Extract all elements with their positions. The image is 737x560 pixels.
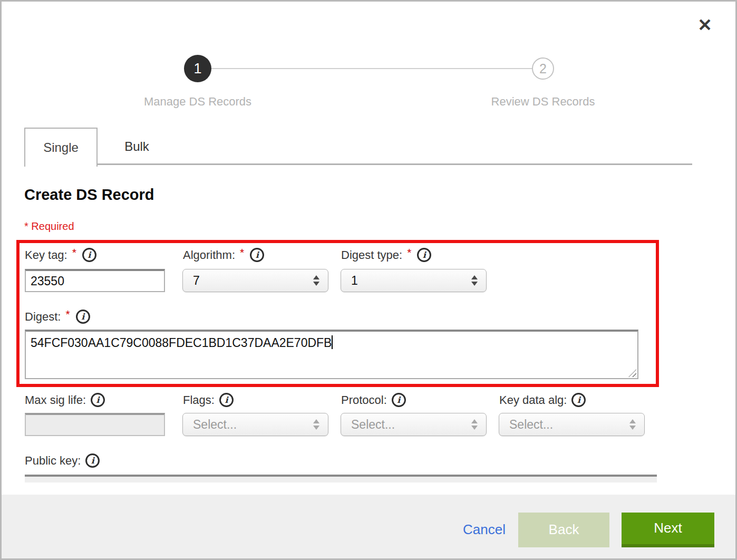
flags-label-text: Flags: bbox=[183, 393, 215, 407]
protocol-select-value: Select... bbox=[341, 418, 471, 432]
public-key-label: Public key: i bbox=[25, 453, 100, 468]
step-1-circle: 1 bbox=[184, 55, 211, 82]
text-cursor bbox=[332, 335, 333, 349]
select-arrows-icon bbox=[471, 275, 478, 286]
close-icon: ✕ bbox=[697, 16, 712, 34]
back-button[interactable]: Back bbox=[518, 513, 609, 547]
protocol-label-text: Protocol: bbox=[341, 393, 387, 407]
protocol-label: Protocol: i bbox=[341, 393, 406, 407]
key-data-alg-label: Key data alg: i bbox=[499, 393, 586, 407]
algorithm-info-icon[interactable]: i bbox=[250, 248, 264, 262]
algorithm-select[interactable]: 7 bbox=[182, 269, 328, 292]
required-asterisk: * bbox=[240, 246, 244, 259]
public-key-label-text: Public key: bbox=[25, 454, 81, 468]
page-title: Create DS Record bbox=[24, 186, 154, 204]
max-sig-life-label-text: Max sig life: bbox=[25, 393, 86, 407]
key-tag-info-icon[interactable]: i bbox=[82, 248, 96, 262]
step-2-label: Review DS Records bbox=[459, 95, 627, 109]
required-asterisk: * bbox=[65, 308, 70, 321]
required-asterisk: * bbox=[407, 246, 411, 259]
digest-type-select[interactable]: 1 bbox=[341, 269, 487, 292]
resize-handle-icon[interactable] bbox=[628, 369, 636, 377]
key-data-alg-info-icon[interactable]: i bbox=[571, 393, 586, 407]
digest-type-info-icon[interactable]: i bbox=[417, 248, 431, 262]
tab-bulk[interactable]: Bulk bbox=[99, 128, 175, 165]
required-asterisk: * bbox=[72, 246, 76, 259]
digest-label: Digest: * i bbox=[25, 310, 90, 324]
step-2-number: 2 bbox=[539, 61, 547, 76]
cancel-button[interactable]: Cancel bbox=[463, 522, 506, 538]
digest-textarea[interactable]: 54FCF030AA1C79C0088FDEC1BD1C37DAA2E70DFB bbox=[25, 330, 638, 379]
select-arrows-icon bbox=[313, 419, 319, 430]
digest-type-label-text: Digest type: bbox=[341, 248, 402, 262]
tab-single-label: Single bbox=[43, 140, 79, 155]
public-key-textarea[interactable] bbox=[25, 475, 657, 482]
digest-textarea-value: 54FCF030AA1C79C0088FDEC1BD1C37DAA2E70DFB bbox=[31, 336, 332, 350]
tab-bar: Single Bulk bbox=[24, 128, 692, 165]
step-1-number: 1 bbox=[193, 61, 201, 77]
tab-bulk-label: Bulk bbox=[124, 139, 149, 154]
footer: Cancel Back Next bbox=[2, 495, 735, 558]
protocol-info-icon[interactable]: i bbox=[392, 393, 406, 407]
stepper-connector-line bbox=[211, 68, 532, 69]
flags-select-value: Select... bbox=[183, 418, 313, 432]
select-arrows-icon bbox=[313, 275, 319, 286]
key-data-alg-label-text: Key data alg: bbox=[499, 393, 567, 407]
algorithm-label: Algorithm: * i bbox=[183, 248, 264, 262]
tab-single[interactable]: Single bbox=[24, 128, 98, 167]
create-ds-record-modal: ✕ 1 2 Manage DS Records Review DS Record… bbox=[0, 0, 737, 560]
close-button[interactable]: ✕ bbox=[694, 14, 715, 35]
digest-info-icon[interactable]: i bbox=[76, 310, 90, 324]
key-tag-label-text: Key tag: bbox=[25, 248, 67, 262]
step-1-label: Manage DS Records bbox=[113, 95, 282, 109]
key-tag-input[interactable] bbox=[25, 269, 165, 292]
select-arrows-icon bbox=[471, 419, 478, 430]
max-sig-life-info-icon[interactable]: i bbox=[91, 393, 105, 407]
flags-info-icon[interactable]: i bbox=[219, 393, 234, 407]
digest-type-label: Digest type: * i bbox=[341, 248, 431, 262]
next-button[interactable]: Next bbox=[622, 513, 714, 547]
digest-label-text: Digest: bbox=[25, 310, 61, 324]
required-note: * Required bbox=[24, 220, 74, 233]
flags-select[interactable]: Select... bbox=[182, 413, 328, 436]
algorithm-label-text: Algorithm: bbox=[183, 248, 235, 262]
max-sig-life-label: Max sig life: i bbox=[25, 393, 105, 407]
step-2-circle: 2 bbox=[532, 57, 554, 80]
key-data-alg-select-value: Select... bbox=[499, 418, 629, 432]
protocol-select[interactable]: Select... bbox=[341, 413, 487, 436]
algorithm-select-value: 7 bbox=[183, 274, 313, 288]
digest-type-select-value: 1 bbox=[341, 274, 471, 288]
select-arrows-icon bbox=[629, 419, 636, 430]
flags-label: Flags: i bbox=[183, 393, 234, 407]
key-data-alg-select[interactable]: Select... bbox=[499, 413, 645, 436]
key-tag-label: Key tag: * i bbox=[25, 248, 96, 262]
max-sig-life-input bbox=[25, 413, 165, 436]
public-key-info-icon[interactable]: i bbox=[85, 453, 100, 468]
